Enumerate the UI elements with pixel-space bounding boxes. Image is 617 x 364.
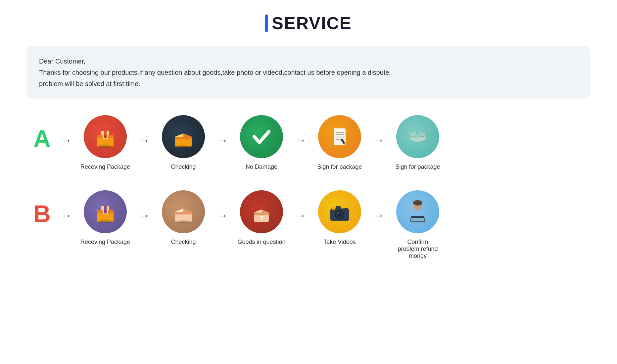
step-b5-icon	[396, 190, 439, 233]
step-b3: ? Goods in question	[232, 190, 291, 246]
svg-point-19	[415, 135, 420, 138]
step-a1: Receving Package	[75, 115, 135, 170]
svg-text:?: ?	[260, 215, 263, 221]
step-a2: Checking	[154, 115, 213, 170]
step-b1-icon	[84, 190, 127, 233]
arrow-b3: →	[295, 208, 307, 222]
arrow-b1: →	[138, 208, 150, 222]
svg-rect-5	[104, 135, 107, 138]
svg-rect-42	[336, 206, 341, 209]
svg-rect-35	[254, 212, 269, 215]
step-a5: Sign for package	[388, 115, 448, 170]
arrow-a0: →	[60, 133, 72, 147]
arrow-b2: →	[216, 208, 228, 222]
arrow-a4: →	[373, 133, 385, 147]
svg-point-44	[332, 207, 335, 210]
step-a2-label: Checking	[171, 163, 196, 170]
step-a1-icon	[84, 115, 127, 158]
svg-rect-43	[345, 208, 348, 210]
step-b1: Receving Package	[75, 190, 135, 246]
step-a4: Sign for package	[310, 115, 369, 170]
arrow-b4: →	[373, 208, 385, 222]
step-b3-label: Goods in question	[237, 239, 285, 246]
info-box: Dear Customer, Thanks for choosing our p…	[27, 46, 590, 99]
step-b2-icon	[162, 190, 205, 233]
step-a1-label: Receving Package	[80, 163, 130, 170]
svg-point-6	[98, 145, 113, 148]
arrow-b0: →	[60, 208, 72, 222]
arrow-a1: →	[138, 133, 150, 147]
step-a5-icon	[396, 115, 439, 158]
svg-marker-29	[183, 208, 192, 212]
step-a3: No Damage	[232, 115, 291, 170]
svg-marker-8	[175, 133, 183, 137]
step-b2-label: Checking	[171, 239, 196, 246]
flow-row-a: A → Receving Package →	[27, 115, 590, 170]
flow-section: A → Receving Package →	[27, 115, 590, 279]
arrow-a3: →	[295, 133, 307, 147]
row-letter-b: B	[27, 200, 57, 227]
step-a2-icon	[162, 115, 205, 158]
svg-marker-9	[183, 133, 192, 137]
svg-rect-24	[104, 206, 107, 210]
page-title: SERVICE	[272, 13, 352, 33]
arrow-a2: →	[216, 133, 228, 147]
svg-point-40	[337, 212, 342, 217]
svg-rect-30	[175, 212, 192, 214]
info-line2: Thanks for choosing our products.If any …	[39, 67, 578, 78]
title-accent-bar	[265, 15, 268, 32]
step-b1-label: Receving Package	[80, 239, 130, 246]
svg-rect-4	[104, 131, 107, 135]
step-b4: Take Videos	[310, 190, 369, 246]
flow-row-b: B → Receving Package →	[27, 190, 590, 259]
step-b5: Confirm problem,refund money	[388, 190, 448, 259]
page-header: SERVICE	[265, 13, 352, 33]
svg-marker-34	[261, 209, 269, 212]
svg-rect-48	[411, 218, 424, 221]
step-a3-icon	[240, 115, 283, 158]
info-line1: Dear Customer,	[39, 56, 578, 67]
svg-point-11	[176, 145, 191, 148]
row-letter-a: A	[27, 125, 57, 152]
svg-point-49	[413, 200, 422, 205]
step-b2: Checking	[154, 190, 213, 246]
svg-rect-25	[104, 210, 107, 213]
step-b5-label: Confirm problem,refund money	[388, 239, 448, 259]
svg-point-41	[338, 213, 339, 214]
step-a3-label: No Damage	[246, 163, 277, 170]
svg-point-26	[98, 220, 113, 223]
step-a5-label: Sign for package	[395, 163, 440, 170]
svg-point-31	[176, 220, 191, 223]
info-line3: problem will be solved at first time.	[39, 78, 578, 89]
step-a4-label: Sign for package	[317, 163, 362, 170]
svg-rect-10	[175, 137, 192, 139]
step-a4-icon	[318, 115, 361, 158]
step-b4-icon	[318, 190, 361, 233]
step-b3-icon: ?	[240, 190, 283, 233]
svg-marker-28	[175, 208, 183, 212]
step-b4-label: Take Videos	[323, 239, 356, 246]
svg-marker-33	[254, 209, 261, 212]
